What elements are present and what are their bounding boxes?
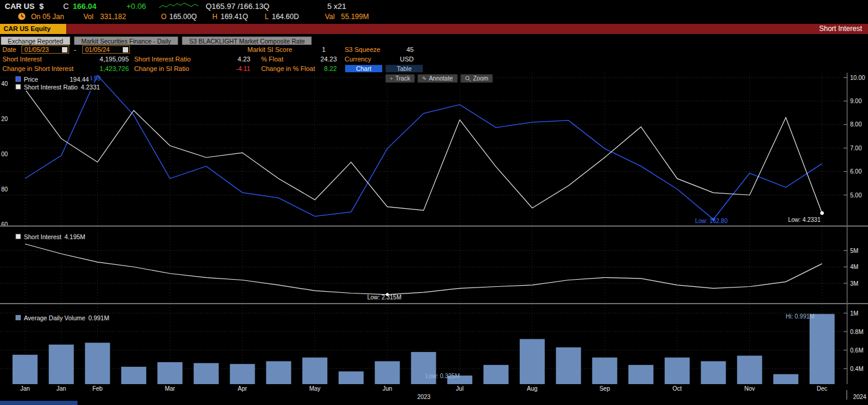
markit-si-score-value: 1: [298, 46, 326, 53]
change-si-value: 1,423,726: [72, 65, 129, 72]
right-axis-tick-label: 5M: [850, 248, 858, 254]
si-ratio-legend[interactable]: Short Interest Ratio 4.2331: [16, 83, 102, 91]
function-title-bar: CAR US Equity Short Interest: [0, 24, 868, 34]
volume-bar: [665, 357, 690, 384]
currency-value: USD: [386, 55, 414, 63]
high-label: H: [212, 13, 218, 21]
chart-view-button[interactable]: Chart: [345, 64, 383, 73]
volume-bar: [592, 357, 617, 384]
date-to-field[interactable]: 01/05/24: [82, 45, 130, 54]
price-si-ratio-panel[interactable]: High: 244.59402000806010.009.008.007.006…: [0, 73, 868, 225]
volume-bar: [13, 355, 38, 384]
volume-bar: [194, 363, 219, 384]
x-axis-month-label: Oct: [668, 385, 687, 392]
change-si-label: Change in Short Interest: [2, 65, 73, 72]
annotate-button[interactable]: ✎Annotate: [417, 74, 458, 83]
bid-ask: Q165.97 /166.13Q: [206, 2, 269, 11]
short-interest-line: [25, 244, 822, 295]
volume-legend[interactable]: Average Daily Volume 0.991M: [16, 314, 111, 321]
bid-ask-size: 5 x21: [327, 2, 346, 11]
stats-panel: Date 01/05/23 - 01/05/24 Markit SI Score…: [0, 45, 868, 73]
price-line: [25, 75, 822, 219]
price-swatch: [16, 76, 21, 82]
change-si-ratio-label: Change in SI Ratio: [134, 65, 189, 72]
zoom-label: Zoom: [473, 75, 489, 82]
source-tabs: Exchange Reported Markit Securities Fina…: [0, 34, 868, 45]
right-axis-tick-label: 9.00: [850, 98, 862, 104]
price-change: +0.06: [126, 2, 146, 11]
volume-value: 331,182: [100, 13, 126, 21]
price-legend-label: Price: [24, 76, 67, 83]
security-name[interactable]: CAR US Equity: [0, 24, 66, 34]
x-axis-month-label: Mar: [160, 385, 179, 392]
pct-float-label: % Float: [261, 55, 283, 63]
volume-bar: [375, 361, 400, 384]
track-button[interactable]: +Track: [385, 74, 415, 83]
chart-region: High: 244.59402000806010.009.008.007.006…: [0, 73, 868, 405]
last-price: 166.04: [73, 2, 97, 11]
si-ratio-legend-label: Short Interest Ratio: [24, 84, 78, 91]
x-axis-month-label: Aug: [523, 385, 542, 392]
volume-bar: [483, 365, 509, 384]
year-divider-tick: [847, 390, 847, 400]
right-axis-tick-label: 7.00: [850, 145, 862, 152]
volume-bar: [49, 345, 74, 384]
volume-bar: [520, 339, 545, 384]
ticker-symbol: CAR US: [5, 2, 35, 11]
volume-bar: [810, 314, 835, 384]
si-ratio-label: Short Interest Ratio: [134, 55, 191, 63]
s3-squeeze-value: 45: [386, 46, 414, 53]
bottom-edge-fragment: [0, 401, 78, 405]
volume-bar: [157, 362, 182, 384]
short-interest-panel[interactable]: 5M4M3MLow: 2.315M Short Interest 4.195M: [0, 227, 868, 303]
si-ratio-value: 4.23: [221, 55, 250, 63]
date-to-value[interactable]: 01/05/24: [85, 46, 110, 53]
chart-annotation: Low: 162.80: [695, 218, 728, 224]
si-ratio-line: [25, 89, 822, 214]
high-value: 169.41Q: [221, 13, 248, 21]
change-pct-float-value: 8.22: [301, 65, 337, 72]
x-axis-month-label: Jun: [378, 385, 397, 392]
left-axis-tick-label: 20: [1, 116, 8, 122]
date-from-picker-icon[interactable]: [62, 47, 67, 52]
volume-chart[interactable]: 1M0.8M0.6M0.4MHi: 0.991MLow: 0.325M: [0, 304, 868, 384]
short-interest-value: 4,195,095: [72, 55, 129, 63]
price-legend[interactable]: Price 194.44: [16, 75, 91, 83]
annotate-icon: ✎: [422, 76, 427, 82]
date-from-value[interactable]: 01/05/23: [24, 46, 49, 53]
track-icon: +: [390, 76, 393, 82]
x-axis-month-label: Jan: [16, 385, 35, 392]
intraday-sparkline: [159, 1, 199, 10]
short-interest-chart[interactable]: 5M4M3MLow: 2.315M: [0, 227, 868, 303]
open-value: 165.00Q: [169, 13, 197, 21]
chart-annotation: Low: 4.2331: [788, 217, 821, 223]
volume-bar: [339, 372, 364, 384]
s3-squeeze-label: S3 Squeeze: [345, 46, 380, 53]
zoom-icon: [465, 76, 471, 82]
price-si-ratio-chart[interactable]: High: 244.59402000806010.009.008.007.006…: [0, 73, 868, 225]
date-from-field[interactable]: 01/05/23: [21, 45, 69, 54]
date-label: Date: [2, 46, 16, 53]
open-label: O: [161, 13, 166, 21]
si-ratio-swatch: [16, 84, 21, 89]
x-axis-month-label: Sep: [595, 385, 614, 392]
chart-annotation: Low: 0.325M: [426, 373, 460, 379]
x-axis-month-label: Apr: [233, 385, 252, 392]
date-to-picker-icon[interactable]: [123, 47, 128, 52]
x-axis-month-label: Feb: [88, 385, 107, 392]
volume-panel[interactable]: 1M0.8M0.6M0.4MHi: 0.991MLow: 0.325M Aver…: [0, 304, 868, 384]
volume-bar: [230, 364, 255, 384]
low-label: L: [265, 13, 269, 21]
low-value: 164.60D: [272, 13, 299, 21]
clock-icon: [18, 13, 26, 20]
volume-swatch: [16, 315, 21, 320]
short-interest-label: Short Interest: [2, 55, 42, 63]
table-view-button[interactable]: Table: [385, 64, 423, 73]
short-interest-low-marker: [386, 293, 389, 296]
left-axis-tick-label: 80: [1, 186, 8, 193]
x-axis-month-label: Dec: [813, 385, 832, 392]
short-interest-legend[interactable]: Short Interest 4.195M: [16, 233, 87, 240]
val-label: Val: [325, 13, 334, 21]
volume-legend-value: 0.991M: [88, 314, 109, 321]
zoom-button[interactable]: Zoom: [460, 74, 494, 83]
